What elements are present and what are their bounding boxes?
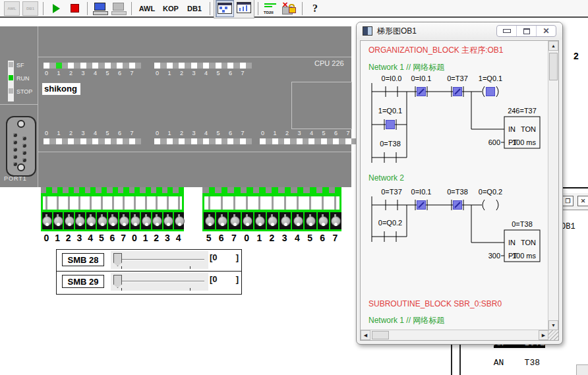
input-led-group-2-numbers: 01234567 [154,130,252,136]
toggle-switch-2[interactable] [267,212,278,229]
input-led-group-3-led-1 [272,138,278,144]
svg-text:0=T37: 0=T37 [381,188,402,196]
input-led-group-2-digit: 3 [191,130,197,136]
horizontal-scrollbar[interactable]: ◀ ▶ [361,330,548,340]
switch-knob[interactable] [98,216,107,226]
vscroll-thumb[interactable] [549,53,558,80]
switch-number: 7 [329,233,341,243]
slider-track[interactable] [121,281,204,282]
switch-knob[interactable] [306,216,316,226]
toggle-switch-1[interactable] [53,212,63,229]
terminal-pin [221,196,223,210]
switch-knob[interactable] [65,216,74,226]
switch-knob[interactable] [152,216,162,226]
switch-knob[interactable] [163,216,173,226]
switch-knob[interactable] [255,216,265,226]
toggle-switch-7[interactable] [119,212,129,229]
scroll-down-icon[interactable]: ▼ [548,320,558,330]
toggle-switch-0[interactable] [131,212,140,229]
port1-connector [6,116,36,177]
toggle-switch-1[interactable] [254,212,266,229]
run-button[interactable] [47,1,65,16]
switch-knob[interactable] [205,216,215,226]
switch-knob[interactable] [86,216,96,226]
terminal-pin [101,196,103,210]
output-led-group-1 [44,63,141,69]
switch-knob[interactable] [268,216,278,226]
stl-tab-label[interactable]: OB1 [561,222,575,231]
lock-button[interactable]: ✕ [281,1,298,16]
switch-knob[interactable] [108,216,118,226]
chart-window-button[interactable] [235,0,252,16]
switch-knob[interactable] [318,216,328,226]
switch-knob[interactable] [142,216,152,226]
slider-thumb[interactable] [113,275,122,288]
toggle-switch-7[interactable] [330,212,341,229]
switch-knob[interactable] [331,216,341,226]
output-led-group-2-led-4 [203,63,209,69]
close-icon[interactable]: ✕ [577,196,588,206]
switch-knob[interactable] [243,216,252,226]
slider-thumb[interactable] [113,253,122,266]
output-led-group-2-digit: 3 [191,70,197,76]
download-awl-button[interactable]: AWL [3,1,20,16]
switch-knob[interactable] [131,216,140,226]
switch-knob[interactable] [218,216,227,226]
toggle-switch-5[interactable] [97,212,107,229]
scroll-right-icon[interactable]: ▶ [539,330,548,340]
ladder-diagram: ORGANIZATION_BLOCK 主程序:OB1 Network 1 // … [361,41,550,332]
toggle-switch-5[interactable] [305,212,316,229]
smb29-slider[interactable] [111,273,208,291]
td200-button[interactable]: TD2II [262,1,279,16]
hscroll-thumb[interactable] [372,331,389,339]
toggle-switch-2[interactable] [152,212,162,229]
toggle-switch-1[interactable] [141,212,151,229]
maximize-button[interactable] [517,26,537,36]
switch-knob[interactable] [53,216,63,226]
toggle-switch-0[interactable] [242,212,253,229]
svg-text:IN: IN [508,239,515,246]
slider-track[interactable] [121,259,204,260]
toggle-switch-4[interactable] [86,212,96,229]
vertical-scrollbar[interactable]: ▲ ▼ [548,41,558,330]
terminal-pin [57,196,59,210]
switch-knob[interactable] [42,216,52,226]
switch-knob[interactable] [175,216,185,226]
minimize-button[interactable] [497,26,517,36]
toggle-switch-3[interactable] [279,212,291,229]
restore-icon[interactable]: ❐ [562,196,573,206]
download-db1-button[interactable]: DB1 [22,1,39,16]
toggle-switch-4[interactable] [174,212,184,229]
smb28-slider[interactable] [111,251,208,269]
switch-knob[interactable] [75,216,85,226]
toggle-switch-6[interactable] [216,212,227,229]
connect-button[interactable] [92,1,109,16]
switch-knob[interactable] [230,216,240,226]
db1-view-button[interactable]: DB1 [183,1,206,16]
help-button[interactable]: ? [307,1,324,16]
scroll-up-icon[interactable]: ▲ [548,41,558,51]
switch-knob[interactable] [293,216,303,226]
toggle-switch-6[interactable] [318,212,329,229]
close-button[interactable]: ✕ [537,26,556,36]
toggle-switch-6[interactable] [108,212,118,229]
toggle-switch-0[interactable] [42,212,52,229]
svg-text:0=Q0.2: 0=Q0.2 [479,188,502,196]
toggle-switch-7[interactable] [229,212,240,229]
input-led-group-3-digit: 0 [260,130,266,136]
toggle-switch-3[interactable] [163,212,173,229]
scroll-left-icon[interactable]: ◀ [361,330,370,340]
toggle-switch-5[interactable] [204,212,215,229]
disconnect-button[interactable] [110,1,127,16]
awl-view-button[interactable]: AWL [136,1,158,16]
toggle-switch-2[interactable] [64,212,74,229]
stl-window-titlebar[interactable]: ❐ ✕ [560,193,588,210]
resize-grip[interactable] [576,364,588,375]
toggle-switch-3[interactable] [75,212,85,229]
switch-knob[interactable] [281,216,291,226]
switch-knob[interactable] [119,216,129,226]
toggle-switch-4[interactable] [292,212,303,229]
stop-button[interactable] [66,1,83,16]
kop-view-button[interactable]: KOP [160,1,182,16]
program-window-button[interactable] [216,0,234,17]
